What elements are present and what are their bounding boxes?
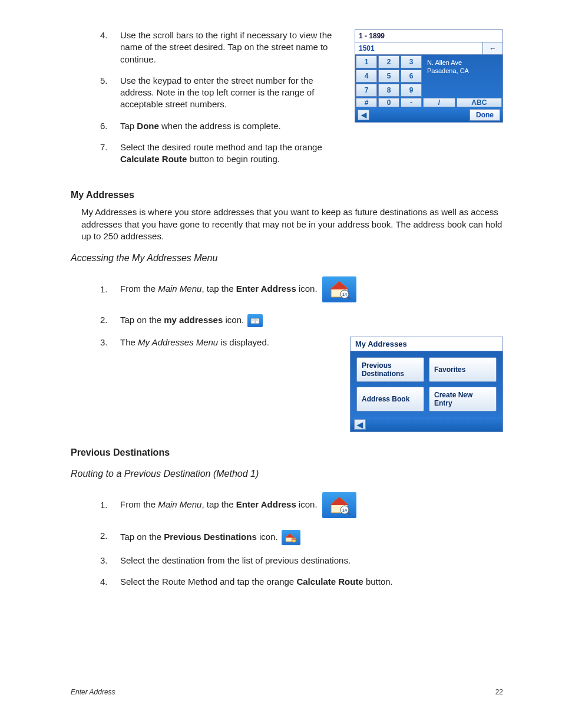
keypad-key-7[interactable]: 7 bbox=[356, 84, 377, 97]
subheading-accessing-menu: Accessing the My Addresses Menu bbox=[71, 253, 503, 263]
step-number: 5. bbox=[97, 75, 120, 111]
step-text: The My Addresses Menu is displayed. bbox=[120, 337, 339, 348]
step-text: Tap on the Previous Destinations icon. bbox=[120, 530, 503, 545]
step-number: 6. bbox=[97, 120, 120, 132]
backspace-button[interactable]: ← bbox=[482, 42, 503, 54]
svg-text:14: 14 bbox=[342, 292, 347, 297]
svg-marker-12 bbox=[330, 497, 349, 505]
svg-line-4 bbox=[348, 297, 351, 299]
keypad-key-slash[interactable]: / bbox=[423, 98, 455, 107]
accessing-steps: 1. From the Main Menu, tap the Enter Add… bbox=[97, 276, 503, 327]
keypad-key-3[interactable]: 3 bbox=[401, 55, 422, 68]
keypad-key-2[interactable]: 2 bbox=[378, 55, 399, 68]
previous-destinations-button[interactable]: Previous Destinations bbox=[356, 357, 424, 382]
keypad-back-button[interactable]: ◀ bbox=[358, 110, 369, 120]
routing-steps: 1. From the Main Menu, tap the Enter Add… bbox=[97, 492, 503, 588]
favorites-button[interactable]: Favorites bbox=[429, 357, 497, 382]
enter-address-icon: 14 bbox=[322, 276, 356, 302]
heading-previous-destinations: Previous Destinations bbox=[71, 447, 503, 458]
step-number: 4. bbox=[97, 576, 120, 588]
step-number: 4. bbox=[97, 29, 120, 65]
footer-page-number: 22 bbox=[495, 688, 503, 696]
keypad-key-abc[interactable]: ABC bbox=[457, 98, 502, 107]
address-entry-steps: 4. Use the scroll bars to the right if n… bbox=[97, 29, 344, 165]
step-number: 2. bbox=[97, 530, 120, 545]
step-text: From the Main Menu, tap the Enter Addres… bbox=[120, 276, 503, 302]
page-footer: Enter Address 22 bbox=[71, 688, 503, 696]
step-text: Use the scroll bars to the right if nece… bbox=[120, 29, 344, 65]
keypad-key-hash[interactable]: # bbox=[356, 98, 377, 107]
my-addresses-description: My Addresses is where you store addresse… bbox=[81, 206, 503, 242]
numeric-keypad-figure: 1 - 1899 1501 ← 1 2 3 4 5 6 7 bbox=[355, 29, 503, 123]
svg-text:14: 14 bbox=[342, 508, 347, 512]
step-number: 1. bbox=[97, 284, 120, 295]
step-text: From the Main Menu, tap the Enter Addres… bbox=[120, 492, 503, 518]
step-text: Select the desired route method and tap … bbox=[120, 141, 344, 166]
keypad-key-0[interactable]: 0 bbox=[378, 98, 399, 107]
menu-title: My Addresses bbox=[351, 337, 503, 351]
enter-address-icon: 14 bbox=[322, 492, 356, 518]
svg-line-15 bbox=[348, 513, 351, 515]
my-addresses-menu-figure: My Addresses Previous Destinations Favor… bbox=[350, 337, 503, 432]
keypad-key-8[interactable]: 8 bbox=[378, 84, 399, 97]
step-number: 2. bbox=[97, 314, 120, 327]
keypad-key-4[interactable]: 4 bbox=[356, 70, 377, 83]
keypad-address-preview: N. Allen Ave Pasadena, CA bbox=[422, 55, 503, 97]
my-addresses-icon bbox=[247, 314, 263, 327]
step-number: 3. bbox=[97, 337, 120, 348]
footer-section-title: Enter Address bbox=[71, 688, 115, 696]
step-text: Use the keypad to enter the street numbe… bbox=[120, 75, 344, 111]
step-text: Select the Route Method and tap the oran… bbox=[120, 576, 503, 588]
keypad-key-6[interactable]: 6 bbox=[401, 70, 422, 83]
step-number: 7. bbox=[97, 141, 120, 166]
keypad-range: 1 - 1899 bbox=[355, 30, 503, 42]
step-text: Tap Done when the address is complete. bbox=[120, 120, 344, 132]
create-new-entry-button[interactable]: Create New Entry bbox=[429, 387, 497, 411]
previous-destinations-icon bbox=[282, 530, 300, 545]
keypad-key-9[interactable]: 9 bbox=[401, 84, 422, 97]
keypad-input[interactable]: 1501 bbox=[355, 42, 482, 54]
accessing-steps-cont: 3. The My Addresses Menu is displayed. bbox=[97, 337, 339, 348]
step-number: 3. bbox=[97, 555, 120, 566]
step-text: Tap on the my addresses icon. bbox=[120, 314, 503, 327]
step-number: 1. bbox=[97, 499, 120, 511]
menu-back-button[interactable]: ◀ bbox=[354, 419, 366, 430]
subheading-routing-method1: Routing to a Previous Destination (Metho… bbox=[71, 469, 503, 479]
svg-marker-1 bbox=[330, 281, 349, 289]
keypad-done-button[interactable]: Done bbox=[470, 109, 500, 121]
svg-marker-17 bbox=[285, 533, 295, 538]
address-book-button[interactable]: Address Book bbox=[356, 387, 424, 411]
keypad-key-5[interactable]: 5 bbox=[378, 70, 399, 83]
heading-my-addresses: My Addresses bbox=[71, 190, 503, 200]
keypad-key-1[interactable]: 1 bbox=[356, 55, 377, 68]
step-text: Select the destination from the list of … bbox=[120, 555, 503, 566]
keypad-key-dash[interactable]: - bbox=[401, 98, 422, 107]
